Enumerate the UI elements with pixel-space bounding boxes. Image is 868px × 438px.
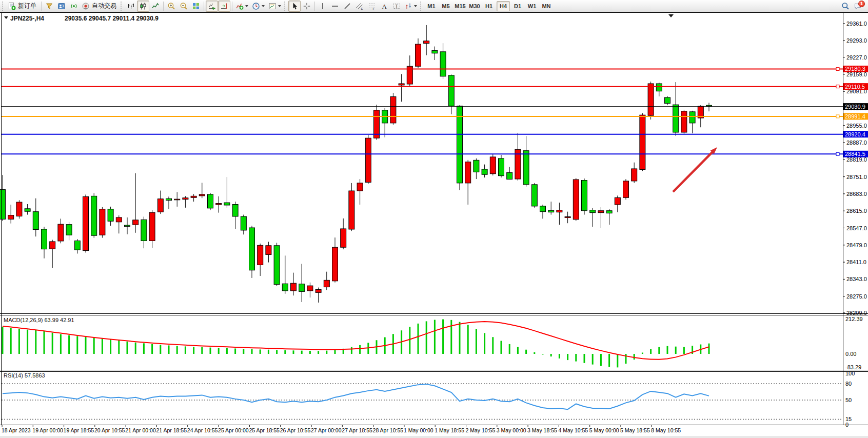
text-button[interactable]: A bbox=[378, 1, 390, 12]
timeframe-h4-button[interactable]: H4 bbox=[497, 1, 510, 11]
candle-up bbox=[424, 41, 429, 44]
price-tick-label: 28275.0 bbox=[846, 293, 867, 300]
candle-down bbox=[66, 225, 72, 235]
time-tick-label: 5 May 18:55 bbox=[620, 427, 650, 433]
auto-trading-button[interactable]: 自动交易 bbox=[80, 1, 120, 12]
candle-up bbox=[258, 245, 263, 265]
timeframe-d1-button[interactable]: D1 bbox=[511, 1, 524, 11]
candle-up bbox=[266, 246, 271, 255]
chevron-down-icon[interactable] bbox=[262, 5, 265, 7]
timeframe-m5-button[interactable]: M5 bbox=[439, 1, 452, 11]
arrows-button[interactable] bbox=[403, 1, 419, 12]
signals-icon bbox=[70, 2, 78, 10]
candle-down bbox=[507, 172, 512, 179]
timeframe-m30-button[interactable]: M30 bbox=[468, 1, 481, 11]
rsi-tick-label: 100 bbox=[845, 370, 855, 376]
indicators-button[interactable] bbox=[234, 1, 250, 12]
channel-button[interactable]: E bbox=[353, 1, 366, 12]
candle-down bbox=[208, 194, 213, 208]
periods-button[interactable] bbox=[250, 1, 267, 12]
candle-down bbox=[166, 198, 172, 200]
quotes-button[interactable] bbox=[43, 1, 55, 12]
tile-windows-button[interactable] bbox=[190, 1, 202, 12]
candle-up bbox=[315, 289, 321, 292]
candle-down bbox=[448, 75, 454, 106]
candle-up bbox=[598, 211, 604, 213]
timeframe-m15-button[interactable]: M15 bbox=[453, 1, 467, 11]
candle-up bbox=[291, 283, 297, 291]
templates-icon bbox=[268, 2, 277, 10]
price-tick-label: 28479.0 bbox=[846, 242, 867, 248]
auto-scroll-button[interactable] bbox=[206, 1, 218, 12]
text-icon: A bbox=[380, 2, 388, 10]
editor-icon bbox=[57, 2, 66, 10]
signals-button[interactable] bbox=[68, 1, 80, 12]
chart-title-symbol: JPN225-,H4 bbox=[10, 15, 44, 22]
candle-down bbox=[74, 241, 80, 250]
chevron-down-icon[interactable] bbox=[278, 5, 281, 7]
line-handle[interactable] bbox=[836, 85, 839, 88]
search-button[interactable] bbox=[839, 1, 852, 12]
candle-up bbox=[216, 204, 222, 205]
candle-up bbox=[58, 224, 64, 241]
editor-button[interactable] bbox=[55, 1, 68, 12]
cursor-icon bbox=[290, 2, 299, 10]
crosshair-button[interactable] bbox=[301, 1, 313, 12]
line-handle[interactable] bbox=[836, 115, 839, 118]
level-price-label: 28841.5 bbox=[845, 151, 865, 157]
rsi-tick-label: 80 bbox=[845, 381, 852, 387]
line-handle[interactable] bbox=[836, 152, 839, 155]
chart-title-ohlc: 29035.6 29045.7 29011.4 29030.9 bbox=[65, 15, 159, 22]
cursor-button[interactable] bbox=[288, 1, 301, 12]
new-order-button[interactable]: 新订单 bbox=[6, 1, 40, 12]
candle-down bbox=[274, 246, 280, 285]
chevron-down-icon[interactable] bbox=[414, 5, 417, 7]
timeframe-h1-button[interactable]: H1 bbox=[482, 1, 496, 11]
chevron-down-icon[interactable] bbox=[245, 5, 248, 7]
templates-button[interactable] bbox=[267, 1, 283, 12]
candle-down bbox=[590, 210, 596, 213]
zoom-out-button[interactable] bbox=[177, 1, 190, 12]
level-price-label: 29110.5 bbox=[845, 84, 865, 90]
price-tick-label: 28547.0 bbox=[846, 225, 867, 231]
timeframe-w1-button[interactable]: W1 bbox=[525, 1, 539, 11]
horizontal-line-button[interactable] bbox=[329, 1, 341, 12]
line-handle[interactable] bbox=[836, 67, 839, 70]
fibonacci-button[interactable]: F bbox=[366, 1, 378, 12]
time-tick-label: 8 May 10:55 bbox=[651, 427, 681, 433]
chart-canvas[interactable]: 29361.029293.029227.029159.029091.029023… bbox=[0, 12, 868, 438]
notifications-button[interactable]: 1 bbox=[852, 1, 864, 12]
candle-up bbox=[357, 183, 363, 191]
candle-down bbox=[224, 203, 230, 205]
price-tick-label: 29361.0 bbox=[846, 21, 867, 27]
price-tick-label: 29227.0 bbox=[846, 54, 867, 61]
rsi-tick-label: 50 bbox=[845, 397, 852, 403]
zoom-in-button[interactable] bbox=[165, 1, 177, 12]
bar-chart-icon bbox=[127, 2, 135, 10]
candle-up bbox=[100, 209, 105, 235]
candle-up bbox=[632, 169, 637, 181]
line-chart-icon bbox=[151, 2, 160, 10]
chart-shift-button[interactable] bbox=[218, 1, 230, 12]
text-label-button[interactable]: T bbox=[390, 1, 403, 12]
trendline-button[interactable] bbox=[341, 1, 353, 12]
candle-up bbox=[365, 138, 371, 182]
time-tick-label: 21 Apr 18:55 bbox=[156, 427, 187, 433]
candle-up bbox=[16, 202, 22, 216]
candle-up bbox=[465, 162, 471, 183]
bar-chart-button[interactable] bbox=[125, 1, 137, 12]
candle-down bbox=[141, 220, 147, 241]
vline-icon bbox=[319, 2, 327, 10]
search-icon bbox=[841, 2, 850, 10]
timeframe-m1-button[interactable]: M1 bbox=[425, 1, 438, 11]
candle-down bbox=[42, 229, 47, 249]
vertical-line-button[interactable] bbox=[317, 1, 329, 12]
line-chart-button[interactable] bbox=[149, 1, 162, 12]
auto-trading-icon bbox=[82, 2, 90, 10]
tile-windows-icon bbox=[192, 2, 200, 10]
timeframe-mn-button[interactable]: MN bbox=[540, 1, 553, 11]
candlestick-button[interactable] bbox=[137, 1, 149, 12]
chart-window: 29361.029293.029227.029159.029091.029023… bbox=[0, 12, 868, 438]
svg-text:F: F bbox=[373, 7, 375, 10]
candle-up bbox=[565, 216, 570, 217]
